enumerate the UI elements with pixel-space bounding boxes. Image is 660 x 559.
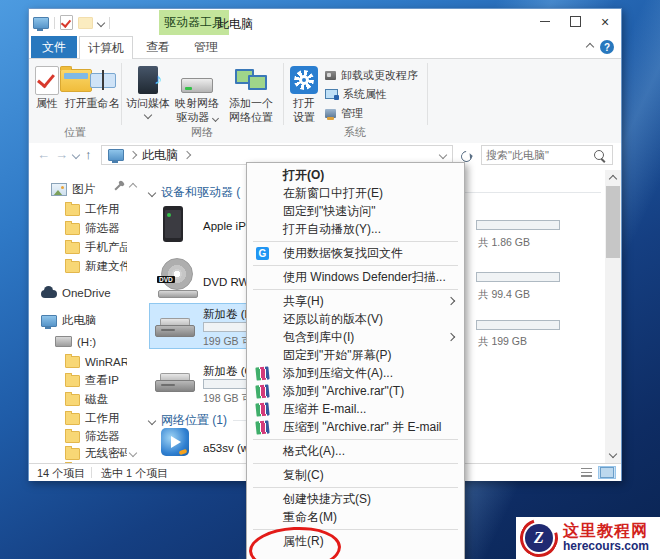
collapse-group-icon[interactable] [148, 188, 156, 196]
view-thumbnails-button[interactable] [598, 466, 616, 479]
breadcrumb-chevron-icon[interactable] [183, 151, 191, 159]
sidebar-item-folder[interactable]: 新建文件夹 [29, 257, 127, 276]
sidebar-item-this-pc[interactable]: 此电脑 [29, 311, 127, 330]
menu-item-pin-quick-access[interactable]: 固定到"快速访问" [247, 202, 464, 220]
properties-icon [35, 66, 59, 95]
menu-item-add-to-rar[interactable]: 添加到 "Archive.rar"(T) [247, 382, 464, 400]
group-label-network: 网络 [123, 125, 281, 140]
tab-computer[interactable]: 计算机 [79, 36, 133, 59]
gear-icon [290, 66, 318, 94]
windows-media-player-icon [161, 428, 189, 456]
network-location-icon [235, 67, 267, 93]
help-icon[interactable]: ? [600, 40, 614, 54]
menu-item-format[interactable]: 格式化(A)... [247, 442, 464, 460]
view-details-button[interactable] [577, 466, 595, 479]
onedrive-cloud-icon [41, 290, 57, 298]
scrollbar-thumb[interactable] [606, 186, 620, 258]
customize-toolbar-icon[interactable] [97, 18, 105, 26]
drive-tile-iphone[interactable] [163, 206, 183, 246]
sidebar-item-folder[interactable]: 查看IP [29, 371, 127, 390]
collapse-group-icon[interactable] [148, 416, 156, 424]
address-dropdown-icon[interactable] [439, 151, 447, 159]
properties-button[interactable]: 属性 [32, 64, 62, 110]
collapse-ribbon-icon[interactable] [586, 43, 594, 51]
network-tile-wmp[interactable]: Windows Media Player [153, 428, 197, 463]
menu-item-rename[interactable]: 重命名(M) [247, 508, 464, 526]
scrollbar-vertical[interactable] [605, 170, 621, 463]
tile-label[interactable]: Apple iPh [203, 220, 252, 232]
up-icon[interactable]: ↑ [85, 148, 92, 162]
tab-manage[interactable]: 管理 [183, 36, 229, 58]
menu-item-defender-scan[interactable]: 使用 Windows Defender扫描... [247, 268, 464, 286]
scroll-down-icon[interactable] [609, 450, 617, 458]
breadcrumb-chevron-icon[interactable] [129, 151, 137, 159]
navigation-pane: 图片 工作用 筛选器 手机产品NPI培训 新建文件夹 OneDrive 此电脑 [29, 170, 141, 463]
sidebar-scroll-up-icon[interactable] [129, 183, 137, 191]
manage-button[interactable]: 管理 [325, 105, 363, 121]
menu-separator [253, 463, 458, 464]
tab-view[interactable]: 查看 [135, 36, 181, 58]
tile-detail: 共 1.86 GB [478, 236, 530, 250]
sidebar-item-folder[interactable]: 筛选器 [29, 219, 127, 238]
window-controls: × [530, 10, 620, 33]
sidebar-item-pictures[interactable]: 图片 [29, 180, 127, 199]
access-media-button[interactable]: 访问媒体 [125, 64, 171, 118]
menu-item-pin-to-start[interactable]: 固定到"开始"屏幕(P) [247, 346, 464, 364]
sidebar-item-drive-h[interactable]: (H:) [29, 332, 127, 351]
divider [427, 63, 428, 125]
minimize-button[interactable] [530, 10, 560, 33]
map-network-drive-button[interactable]: 映射网络 驱动器 [173, 64, 221, 124]
forward-icon[interactable]: → [55, 148, 68, 162]
menu-item-copy[interactable]: 复制(C) [247, 466, 464, 484]
tile-label[interactable]: DVD RW [203, 276, 249, 288]
scroll-up-icon[interactable] [609, 175, 617, 183]
tile-detail: 共 99.4 GB [478, 288, 530, 302]
sidebar-item-folder[interactable]: 工作用 [29, 200, 127, 219]
sidebar-item-folder[interactable]: WinRAR [29, 352, 127, 371]
sidebar-item-onedrive[interactable]: OneDrive [29, 283, 127, 302]
add-network-location-button[interactable]: 添加一个 网络位置 [225, 64, 277, 124]
drive-tile-dvd[interactable]: DVD [157, 258, 199, 300]
menu-item-create-shortcut[interactable]: 创建快捷方式(S) [247, 490, 464, 508]
search-input[interactable] [482, 149, 594, 161]
network-drive-icon [181, 78, 213, 93]
menu-item-open[interactable]: 打开(O) [247, 166, 464, 184]
properties-quick-icon[interactable] [60, 15, 73, 30]
dvd-disc-icon [161, 258, 193, 290]
desktop: 驱动器工具 此电脑 × 文件 计算机 查看 管理 ? 属性 [0, 0, 660, 559]
menu-item-add-to-archive[interactable]: 添加到压缩文件(A)... [247, 364, 464, 382]
sidebar-item-folder[interactable]: 工作用 [29, 409, 127, 428]
new-folder-quick-icon[interactable] [78, 17, 93, 29]
menu-item-share[interactable]: 共享(H) [247, 292, 464, 310]
breadcrumb-location[interactable]: 此电脑 [142, 147, 178, 164]
hard-drive-icon [155, 318, 195, 338]
sidebar-scroll-down-icon[interactable] [129, 449, 137, 457]
menu-item-restore-versions[interactable]: 还原以前的版本(V) [247, 310, 464, 328]
system-properties-button[interactable]: 系统属性 [325, 86, 387, 102]
winrar-icon [255, 384, 269, 398]
close-button[interactable]: × [590, 10, 620, 33]
menu-item-compress-rar-email[interactable]: 压缩到 "Archive.rar" 并 E-mail [247, 418, 464, 436]
dropdown-arrow-icon [211, 115, 218, 122]
tile-label[interactable]: a53sv (wl [203, 442, 252, 454]
computer-icon[interactable] [33, 17, 49, 29]
list-view-icon [581, 468, 592, 477]
computer-icon [41, 315, 57, 327]
tab-file[interactable]: 文件 [31, 36, 77, 58]
menu-item-data-recovery[interactable]: 使用数据恢复找回文件 [247, 244, 464, 262]
menu-item-include-in-library[interactable]: 包含到库中(I) [247, 328, 464, 346]
recent-locations-icon[interactable] [72, 151, 80, 159]
uninstall-program-button[interactable]: 卸载或更改程序 [325, 67, 418, 83]
watermark: Z 这里教程网 herecours.com [516, 517, 660, 559]
rename-button[interactable]: 重命名 [85, 64, 121, 110]
folder-icon [65, 223, 80, 235]
menu-item-open-new-window[interactable]: 在新窗口中打开(E) [247, 184, 464, 202]
sidebar-item-folder[interactable]: 磁盘 [29, 390, 127, 409]
open-settings-button[interactable]: 打开 设置 [287, 64, 321, 124]
sidebar-item-folder[interactable]: 手机产品NPI培训 [29, 238, 127, 257]
search-icon[interactable] [594, 150, 604, 160]
maximize-button[interactable] [560, 10, 590, 33]
menu-item-autoplay[interactable]: 打开自动播放(Y)... [247, 220, 464, 238]
menu-item-compress-email[interactable]: 压缩并 E-mail... [247, 400, 464, 418]
back-icon[interactable]: ← [37, 148, 50, 162]
